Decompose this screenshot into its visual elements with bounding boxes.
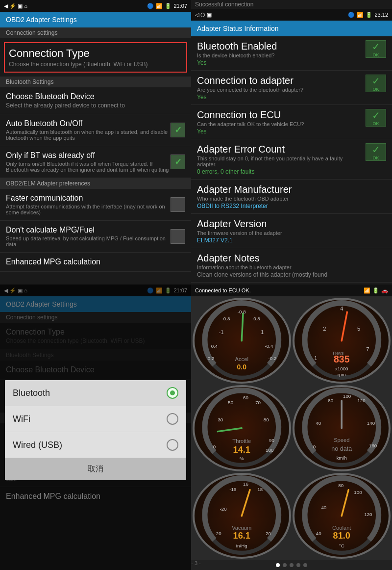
no-mpg-checkbox[interactable]: [171, 229, 185, 244]
only-bt-setting[interactable]: Only if BT was already off Only turns on…: [0, 146, 191, 178]
status-bar-tl: ◀ ⚡ ▣ ⌂ 🔵 📶 🔋 21:07: [0, 0, 191, 12]
svg-text:Accel: Accel: [235, 356, 248, 362]
panel-top-left: ◀ ⚡ ▣ ⌂ 🔵 📶 🔋 21:07 OBD2 Adapter Setting…: [0, 0, 191, 285]
manufacturer-desc: Who made the bluetooth OBD adapter: [197, 196, 386, 202]
error-count-value: 0 errors, 0 other faults: [197, 168, 362, 175]
vacuum-gauge-svg: -20 -20 -16 16 18 20 Vacuum 16.1 in/Hg: [195, 475, 289, 557]
section-bluetooth-tl: Bluetooth Settings: [0, 77, 191, 87]
dropdown-usb-label: Wired (USB): [13, 440, 62, 450]
error-count-title: Adapter Error Count: [197, 143, 362, 155]
svg-text:90: 90: [269, 438, 274, 443]
page-number: - 3 -: [191, 560, 201, 566]
dropdown-wifi-label: WiFi: [13, 414, 30, 424]
version-item: Adapter Version The firmware version of …: [191, 214, 392, 248]
choose-bluetooth-device[interactable]: Choose Bluetooth Device Select the alrea…: [0, 87, 191, 114]
time-tl: 21:07: [173, 3, 187, 9]
conn-adapter-ok: ✓ OK: [366, 75, 386, 92]
svg-text:70: 70: [255, 400, 261, 405]
status-bar-left-icons: ◀ ⚡ ▣ ⌂: [4, 3, 27, 9]
dropdown-wifi-radio: [167, 413, 178, 425]
nav-dots[interactable]: [191, 560, 392, 570]
svg-text:80: 80: [338, 483, 343, 488]
nav-dot-4[interactable]: [296, 563, 300, 567]
svg-text:30: 30: [218, 417, 223, 422]
nav-dot-2[interactable]: [283, 563, 287, 567]
wifi-icon: 📶: [156, 3, 163, 9]
dropdown-option-usb[interactable]: Wired (USB): [5, 432, 186, 458]
conn-adapter-desc: Are you connected to the bluetooth adapt…: [197, 87, 362, 93]
app-bar-tl: OBD2 Adapter Settings: [0, 12, 191, 27]
svg-text:60: 60: [243, 395, 248, 400]
connection-type-title: Connection Type: [9, 47, 182, 60]
faster-comm-title: Faster communication: [6, 194, 171, 203]
svg-text:16: 16: [243, 481, 248, 487]
br-connected-text: Connected to ECU OK.: [195, 287, 251, 293]
svg-text:120: 120: [357, 398, 366, 403]
br-wifi-icon: 📶: [364, 287, 370, 294]
br-car-icon: 🚗: [381, 287, 388, 294]
panel-bottom-left: ◀ ⚡ ▣ ⌂ 🔵 📶 🔋 21:07 OBD2 Adapter Setting…: [0, 285, 191, 570]
conn-ecu-item: Connection to ECU Can the adapter talk O…: [191, 105, 392, 139]
panel-top-right: Successful connection ◁ ⬡ ▣ 🔵 📶 🔋 23:12 …: [191, 0, 392, 285]
svg-text:0.8: 0.8: [223, 316, 230, 321]
svg-text:no data: no data: [331, 445, 352, 452]
svg-text:81.0: 81.0: [333, 530, 350, 540]
connection-type-subtitle: Choose the connection type (Bluetooth, W…: [9, 61, 182, 68]
svg-text:835: 835: [333, 354, 349, 364]
svg-text:%: %: [240, 456, 244, 462]
nav-dot-5[interactable]: [303, 563, 307, 567]
app-bar-tr: Adapter Status Information: [191, 21, 392, 36]
svg-text:120: 120: [364, 511, 372, 517]
enhanced-mpg-setting[interactable]: Enhanced MPG calculation: [0, 253, 191, 272]
svg-text:x1000: x1000: [335, 366, 348, 371]
auto-bt-checkbox[interactable]: [171, 123, 185, 137]
nav-dot-1[interactable]: [276, 563, 280, 567]
conn-ecu-title: Connection to ECU: [197, 109, 362, 121]
svg-text:140: 140: [367, 420, 375, 426]
svg-text:16.1: 16.1: [233, 530, 250, 540]
status-bar-right: 🔵 📶 🔋 21:07: [147, 3, 187, 9]
svg-text:80: 80: [328, 398, 333, 403]
conn-adapter-item: Connection to adapter Are you connected …: [191, 71, 392, 105]
br-right-icons: 📶 🔋 🚗: [364, 287, 388, 294]
tr-wifi-icon: 📶: [357, 12, 364, 18]
svg-text:100: 100: [354, 490, 362, 495]
br-battery-icon: 🔋: [372, 287, 379, 294]
faster-comm-setting[interactable]: Faster communication Attempt faster comm…: [0, 189, 191, 221]
accel-gauge: -1 1 0.8 0.8 -0.8 0.4 -0.4 0.2 -0.2 Acce…: [193, 298, 291, 384]
auto-bluetooth-setting[interactable]: Auto Bluetooth On/Off Automatically turn…: [0, 114, 191, 146]
svg-text:in/Hg: in/Hg: [236, 543, 247, 548]
only-bt-checkbox[interactable]: [171, 155, 185, 169]
svg-text:40: 40: [316, 420, 321, 426]
main-grid: ◀ ⚡ ▣ ⌂ 🔵 📶 🔋 21:07 OBD2 Adapter Setting…: [0, 0, 392, 570]
svg-text:0: 0: [213, 444, 216, 450]
svg-text:7: 7: [366, 346, 369, 352]
dropdown-usb-radio: [167, 439, 178, 451]
faster-comm-checkbox[interactable]: [171, 197, 185, 212]
svg-text:50: 50: [228, 400, 233, 405]
svg-text:5: 5: [357, 326, 360, 332]
conn-ecu-ok: ✓ OK: [366, 109, 386, 127]
dropdown-cancel-button[interactable]: 取消: [5, 458, 186, 480]
svg-text:0.0: 0.0: [237, 363, 247, 371]
svg-text:-16: -16: [229, 487, 236, 492]
section-connection-tl: Connection settings: [0, 27, 191, 38]
svg-text:100: 100: [343, 394, 351, 399]
svg-text:-0.2: -0.2: [269, 356, 277, 361]
connection-type-box[interactable]: Connection Type Choose the connection ty…: [4, 42, 187, 73]
dropdown-option-wifi[interactable]: WiFi: [5, 406, 186, 432]
svg-text:0: 0: [313, 444, 316, 450]
no-mpg-setting[interactable]: Don't calculate MPG/Fuel Speed up data r…: [0, 221, 191, 253]
svg-text:km/h: km/h: [336, 455, 346, 461]
svg-text:160: 160: [369, 443, 377, 448]
nav-dot-3[interactable]: [290, 563, 294, 567]
tr-battery-icon: 🔋: [366, 12, 372, 18]
conn-ecu-desc: Can the adapter talk OK to the vehicle E…: [197, 121, 362, 127]
dropdown-option-bluetooth[interactable]: Bluetooth: [5, 380, 186, 406]
bt-enabled-desc: Is the device bluetooth enabled?: [197, 52, 362, 58]
no-mpg-subtitle: Speed up data retrieval by not calculati…: [6, 235, 171, 247]
auto-bt-title: Auto Bluetooth On/Off: [6, 119, 171, 128]
svg-text:rpm: rpm: [337, 372, 345, 377]
conn-adapter-title: Connection to adapter: [197, 75, 362, 86]
svg-text:0.2: 0.2: [208, 356, 215, 361]
